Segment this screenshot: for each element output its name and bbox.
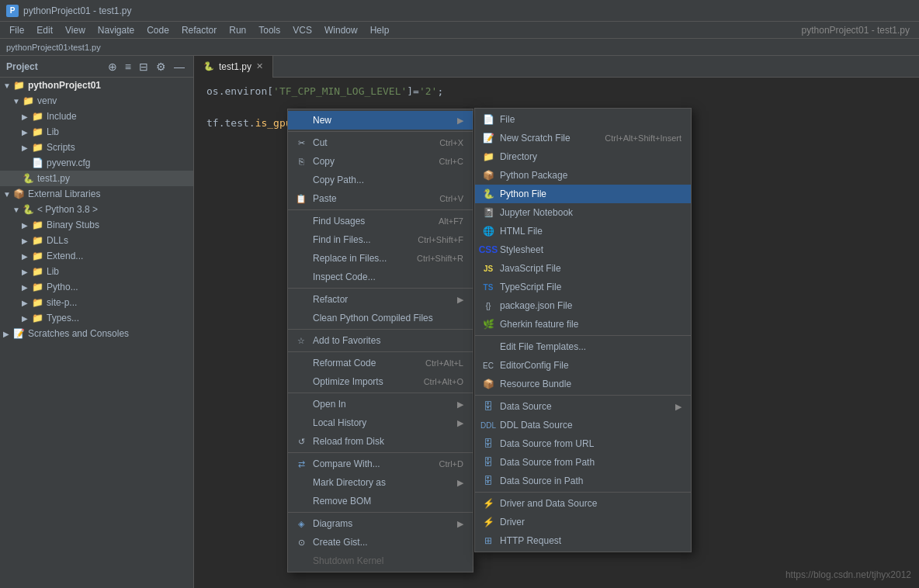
tree-binary[interactable]: ▶ 📁 Binary Stubs bbox=[0, 217, 193, 233]
menu-refactor[interactable]: Refactor bbox=[175, 22, 223, 39]
cm-item-create-gist[interactable]: ⊙ Create Gist... bbox=[288, 533, 473, 552]
cm-item-find-files[interactable]: Find in Files... Ctrl+Shift+F bbox=[288, 230, 473, 249]
tree-types[interactable]: ▶ 📁 Types... bbox=[0, 310, 193, 326]
sm-item-driver-datasource[interactable]: ⚡ Driver and Data Source bbox=[475, 494, 691, 513]
packagejson-icon: {} bbox=[481, 299, 495, 312]
menu-file[interactable]: File bbox=[3, 22, 30, 39]
sm-separator-1 bbox=[475, 335, 691, 336]
sidebar-header: Project ⊕ ≡ ⊟ ⚙ — bbox=[0, 56, 193, 78]
sm-item-ddl[interactable]: DDL DDL Data Source bbox=[475, 416, 691, 434]
mark-dir-arrow-icon: ▶ bbox=[457, 478, 463, 488]
tree-pyvenv[interactable]: ▶ 📄 pyvenv.cfg bbox=[0, 155, 193, 171]
tree-scratches[interactable]: ▶ 📝 Scratches and Consoles bbox=[0, 326, 193, 341]
menu-vcs[interactable]: VCS bbox=[286, 22, 318, 39]
sm-item-javascript[interactable]: JS JavaScript File bbox=[475, 259, 691, 278]
menu-window[interactable]: Window bbox=[318, 22, 364, 39]
sm-item-packagejson[interactable]: {} package.json File bbox=[475, 296, 691, 315]
tree-external-libs[interactable]: ▼ 📦 External Libraries bbox=[0, 186, 193, 202]
tree-lib2[interactable]: ▶ 📁 Lib bbox=[0, 264, 193, 279]
sidebar-settings-icon[interactable]: ⚙ bbox=[154, 61, 168, 73]
sm-item-datasource-url[interactable]: 🗄 Data Source from URL bbox=[475, 434, 691, 453]
cm-item-reformat[interactable]: Reformat Code Ctrl+Alt+L bbox=[288, 354, 473, 372]
reformat-icon bbox=[294, 357, 308, 369]
sidebar-scroll-icon[interactable]: ≡ bbox=[123, 61, 134, 73]
context-menu: New ▶ ✂ Cut Ctrl+X ⎘ Copy Ctrl+C Copy Pa… bbox=[287, 109, 473, 572]
cm-item-copy-path[interactable]: Copy Path... bbox=[288, 171, 473, 189]
menu-run[interactable]: Run bbox=[223, 22, 252, 39]
sm-item-driver[interactable]: ⚡ Driver bbox=[475, 513, 691, 531]
breadcrumb-project[interactable]: pythonProject01 bbox=[6, 43, 68, 52]
python-package-icon: 📦 bbox=[481, 169, 495, 182]
cm-item-open-in[interactable]: Open In ▶ bbox=[288, 395, 473, 413]
menu-navigate[interactable]: Navigate bbox=[92, 22, 140, 39]
sm-item-scratch[interactable]: 📝 New Scratch File Ctrl+Alt+Shift+Insert bbox=[475, 129, 691, 147]
tree-venv[interactable]: ▼ 📁 venv bbox=[0, 93, 193, 109]
sm-item-resource-bundle[interactable]: 📦 Resource Bundle bbox=[475, 375, 691, 393]
cm-item-compare[interactable]: ⇄ Compare With... Ctrl+D bbox=[288, 455, 473, 473]
tree-include[interactable]: ▶ 📁 Include bbox=[0, 109, 193, 124]
cm-item-remove-bom[interactable]: Remove BOM bbox=[288, 492, 473, 510]
sm-item-jupyter[interactable]: 📓 Jupyter Notebook bbox=[475, 203, 691, 222]
cm-separator-8 bbox=[288, 512, 473, 513]
cm-item-copy[interactable]: ⎘ Copy Ctrl+C bbox=[288, 152, 473, 171]
sm-item-editorconfig[interactable]: EC EditorConfig File bbox=[475, 356, 691, 375]
sm-item-html[interactable]: 🌐 HTML File bbox=[475, 222, 691, 240]
tree-dlls[interactable]: ▶ 📁 DLLs bbox=[0, 233, 193, 248]
sm-item-stylesheet[interactable]: CSS Stylesheet bbox=[475, 240, 691, 259]
tree-lib[interactable]: ▶ 📁 Lib bbox=[0, 124, 193, 140]
tree-scripts[interactable]: ▶ 📁 Scripts bbox=[0, 140, 193, 155]
sm-item-python-file[interactable]: 🐍 Python File bbox=[475, 185, 691, 203]
mark-dir-icon bbox=[294, 476, 308, 489]
cm-item-find-usages[interactable]: Find Usages Alt+F7 bbox=[288, 212, 473, 230]
menu-edit[interactable]: Edit bbox=[30, 22, 59, 39]
cm-item-optimize-imports[interactable]: Optimize Imports Ctrl+Alt+O bbox=[288, 372, 473, 391]
sm-item-directory[interactable]: 📁 Directory bbox=[475, 147, 691, 166]
edit-templates-icon bbox=[481, 341, 495, 353]
sm-separator-2 bbox=[475, 395, 691, 396]
sm-item-edit-templates[interactable]: Edit File Templates... bbox=[475, 337, 691, 356]
cm-item-refactor[interactable]: Refactor ▶ bbox=[288, 290, 473, 309]
sm-item-gherkin[interactable]: 🌿 Gherkin feature file bbox=[475, 315, 691, 334]
cm-item-paste[interactable]: 📋 Paste Ctrl+V bbox=[288, 189, 473, 208]
cm-item-new[interactable]: New ▶ bbox=[288, 111, 473, 130]
cm-item-clean-compiled[interactable]: Clean Python Compiled Files bbox=[288, 309, 473, 327]
cm-item-mark-directory[interactable]: Mark Directory as ▶ bbox=[288, 473, 473, 492]
sidebar-collapse-icon[interactable]: ⊟ bbox=[137, 61, 151, 73]
menu-help[interactable]: Help bbox=[364, 22, 396, 39]
diagrams-arrow-icon: ▶ bbox=[457, 519, 463, 529]
sm-item-data-source[interactable]: 🗄 Data Source ▶ bbox=[475, 397, 691, 416]
tree-test1py[interactable]: ▶ 🐍 test1.py bbox=[0, 171, 193, 186]
refactor-icon bbox=[294, 293, 308, 306]
scratch-icon: 📝 bbox=[481, 132, 495, 144]
cm-item-local-history[interactable]: Local History ▶ bbox=[288, 413, 473, 432]
sm-item-datasource-path[interactable]: 🗄 Data Source from Path bbox=[475, 453, 691, 472]
breadcrumb-file[interactable]: test1.py bbox=[71, 43, 101, 52]
menu-tools[interactable]: Tools bbox=[252, 22, 286, 39]
cm-item-cut[interactable]: ✂ Cut Ctrl+X bbox=[288, 133, 473, 152]
cm-separator-3 bbox=[288, 288, 473, 289]
tree-python38[interactable]: ▼ 🐍 < Python 3.8 > bbox=[0, 202, 193, 217]
refactor-arrow-icon: ▶ bbox=[457, 295, 463, 305]
cm-item-add-favorites[interactable]: ☆ Add to Favorites bbox=[288, 331, 473, 350]
cm-item-reload[interactable]: ↺ Reload from Disk bbox=[288, 432, 473, 451]
sm-item-typescript[interactable]: TS TypeScript File bbox=[475, 278, 691, 296]
tree-root[interactable]: ▼ 📁 pythonProject01 bbox=[0, 78, 193, 93]
tree-pytho[interactable]: ▶ 📁 Pytho... bbox=[0, 279, 193, 295]
sm-item-python-package[interactable]: 📦 Python Package bbox=[475, 166, 691, 185]
menu-view[interactable]: View bbox=[59, 22, 92, 39]
sm-item-http-request[interactable]: ⊞ HTTP Request bbox=[475, 531, 691, 550]
cm-item-replace-files[interactable]: Replace in Files... Ctrl+Shift+R bbox=[288, 249, 473, 268]
sm-item-datasource-in-path[interactable]: 🗄 Data Source in Path bbox=[475, 472, 691, 490]
tree-sitep[interactable]: ▶ 📁 site-p... bbox=[0, 295, 193, 310]
data-source-icon: 🗄 bbox=[481, 400, 495, 413]
cm-separator-6 bbox=[288, 393, 473, 393]
tree-extend[interactable]: ▶ 📁 Extend... bbox=[0, 248, 193, 264]
sidebar-minimize-icon[interactable]: — bbox=[172, 61, 187, 73]
context-menu-overlay: New ▶ ✂ Cut Ctrl+X ⎘ Copy Ctrl+C Copy Pa… bbox=[194, 56, 919, 588]
sidebar-locate-icon[interactable]: ⊕ bbox=[106, 61, 120, 73]
sidebar-title: Project bbox=[6, 61, 38, 72]
cm-item-diagrams[interactable]: ◈ Diagrams ▶ bbox=[288, 514, 473, 533]
cm-item-inspect-code[interactable]: Inspect Code... bbox=[288, 268, 473, 286]
menu-code[interactable]: Code bbox=[140, 22, 175, 39]
sm-item-file[interactable]: 📄 File bbox=[475, 110, 691, 129]
